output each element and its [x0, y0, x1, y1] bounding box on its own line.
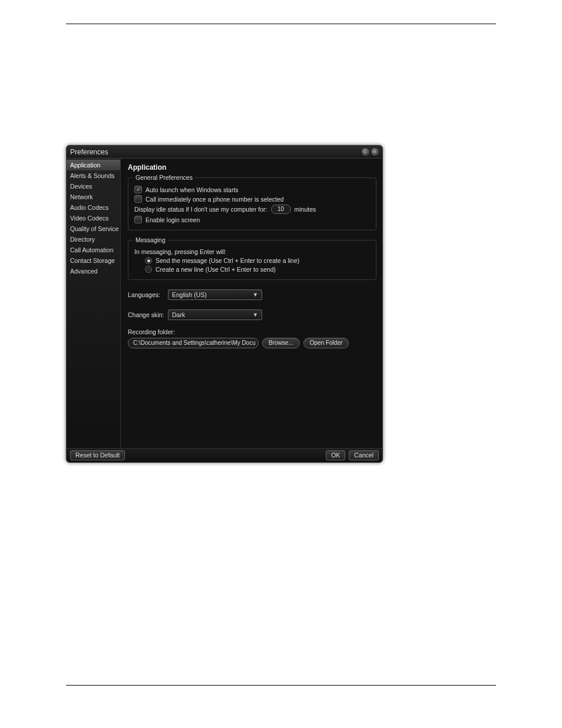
chevron-down-icon: ▼	[253, 312, 258, 318]
window-title: Preferences	[70, 148, 108, 156]
minimize-icon[interactable]: –	[362, 148, 369, 156]
label-option-send: Send the message (Use Ctrl + Enter to cr…	[156, 257, 299, 264]
checkbox-auto-launch[interactable]: ✓	[134, 186, 142, 193]
sidebar-item-contact-storage[interactable]: Contact Storage	[67, 255, 120, 266]
sidebar-item-label: Contact Storage	[70, 257, 115, 264]
row-messaging-prompt: In messaging, pressing Enter will:	[134, 248, 370, 255]
label-enable-login: Enable login screen	[146, 216, 200, 223]
dialog-footer: Reset to Default OK Cancel	[67, 448, 382, 462]
label-auto-launch: Auto launch when Windows starts	[146, 186, 239, 193]
group-legend-general: General Preferences	[133, 174, 195, 181]
sidebar-item-directory[interactable]: Directory	[67, 234, 120, 245]
sidebar-item-label: Alerts & Sounds	[70, 172, 114, 179]
recording-folder-input[interactable]: C:\Documents and Settings\catherine\My D…	[128, 338, 259, 348]
sidebar-item-audio-codecs[interactable]: Audio Codecs	[67, 202, 120, 213]
page-header-rule	[66, 24, 496, 24]
label-skin: Change skin:	[128, 311, 164, 318]
sidebar-item-qos[interactable]: Quality of Service	[67, 223, 120, 234]
titlebar: Preferences – ×	[67, 146, 382, 159]
checkbox-enable-login[interactable]	[134, 216, 142, 223]
row-skin: Change skin: Dark ▼	[128, 309, 376, 320]
footer-right: OK Cancel	[326, 450, 379, 460]
sidebar-item-video-codecs[interactable]: Video Codecs	[67, 213, 120, 223]
sidebar-item-label: Audio Codecs	[70, 204, 108, 211]
idle-minutes-input[interactable]: 10	[271, 205, 291, 214]
ok-button[interactable]: OK	[326, 450, 345, 460]
group-messaging: Messaging In messaging, pressing Enter w…	[128, 240, 376, 280]
label-call-immediately: Call immediately once a phone number is …	[146, 196, 284, 203]
sidebar-item-call-automation[interactable]: Call Automation	[67, 245, 120, 255]
label-option-newline: Create a new line (Use Ctrl + Enter to s…	[156, 266, 276, 273]
sidebar-item-label: Call Automation	[70, 246, 114, 253]
sidebar-item-label: Video Codecs	[70, 215, 108, 222]
sidebar-item-alerts[interactable]: Alerts & Sounds	[67, 170, 120, 181]
sidebar-item-label: Directory	[70, 236, 95, 243]
select-skin-value: Dark	[172, 311, 185, 318]
row-auto-launch: ✓ Auto launch when Windows starts	[134, 186, 370, 193]
label-recording-folder: Recording folder:	[128, 328, 376, 335]
row-recording-folder: C:\Documents and Settings\catherine\My D…	[128, 338, 376, 348]
row-idle-status: Display idle status if I don't use my co…	[134, 205, 370, 214]
content-panel: Application General Preferences ✓ Auto l…	[121, 159, 382, 448]
sidebar-item-advanced[interactable]: Advanced	[67, 266, 120, 276]
row-option-send: Send the message (Use Ctrl + Enter to cr…	[134, 257, 370, 264]
row-option-newline: Create a new line (Use Ctrl + Enter to s…	[134, 266, 370, 273]
close-icon[interactable]: ×	[371, 148, 379, 156]
sidebar-item-label: Devices	[70, 183, 92, 190]
open-folder-button[interactable]: Open Folder	[303, 338, 349, 348]
label-languages: Languages:	[128, 291, 164, 298]
sidebar-item-application[interactable]: Application	[67, 160, 120, 170]
group-general: General Preferences ✓ Auto launch when W…	[128, 177, 376, 230]
checkbox-call-immediately[interactable]	[134, 195, 142, 203]
dialog-body: Application Alerts & Sounds Devices Netw…	[67, 159, 382, 448]
select-languages-value: English (US)	[172, 291, 207, 298]
select-languages[interactable]: English (US) ▼	[168, 289, 262, 300]
reset-to-default-button[interactable]: Reset to Default	[70, 450, 125, 460]
radio-send-message[interactable]	[145, 257, 152, 264]
sidebar: Application Alerts & Sounds Devices Netw…	[67, 159, 121, 448]
browse-button[interactable]: Browse...	[262, 338, 300, 348]
preferences-dialog: Preferences – × Application Alerts & Sou…	[66, 145, 383, 463]
sidebar-item-network[interactable]: Network	[67, 192, 120, 202]
row-enable-login: Enable login screen	[134, 216, 370, 223]
sidebar-item-label: Quality of Service	[70, 225, 118, 232]
row-languages: Languages: English (US) ▼	[128, 289, 376, 300]
label-idle-suffix: minutes	[295, 206, 316, 213]
row-call-immediately: Call immediately once a phone number is …	[134, 195, 370, 203]
group-legend-messaging: Messaging	[133, 236, 168, 243]
titlebar-buttons: – ×	[362, 148, 379, 156]
label-idle-prefix: Display idle status if I don't use my co…	[134, 206, 267, 213]
sidebar-item-label: Network	[70, 193, 93, 200]
chevron-down-icon: ▼	[253, 292, 258, 298]
label-messaging-prompt: In messaging, pressing Enter will:	[134, 248, 226, 255]
page-footer-rule	[66, 685, 496, 686]
sidebar-item-label: Application	[70, 162, 100, 169]
sidebar-item-devices[interactable]: Devices	[67, 181, 120, 192]
radio-new-line[interactable]	[145, 266, 152, 273]
cancel-button[interactable]: Cancel	[349, 450, 379, 460]
panel-title: Application	[128, 163, 376, 172]
sidebar-item-label: Advanced	[70, 268, 98, 275]
select-skin[interactable]: Dark ▼	[168, 309, 262, 320]
